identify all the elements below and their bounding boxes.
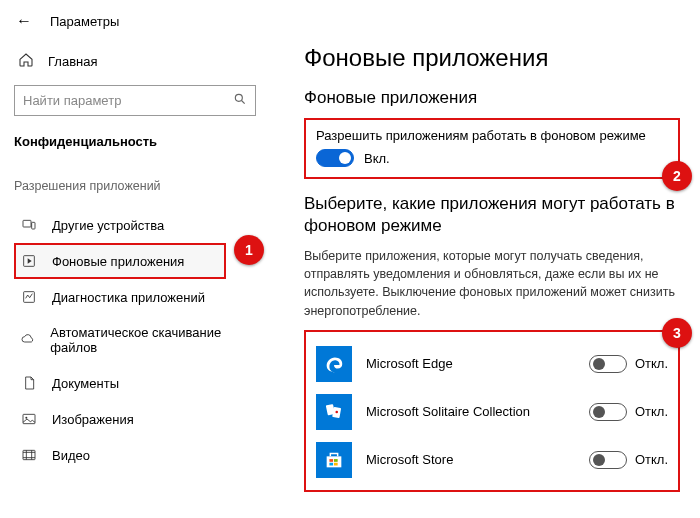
annotation-badge-1: 1 bbox=[234, 235, 264, 265]
cloud-download-icon bbox=[20, 332, 36, 348]
sidebar-item-label: Документы bbox=[52, 376, 119, 391]
svg-rect-11 bbox=[329, 459, 333, 462]
svg-rect-1 bbox=[23, 220, 31, 227]
solitaire-icon bbox=[316, 394, 352, 430]
background-apps-icon bbox=[20, 253, 38, 269]
svg-rect-12 bbox=[334, 459, 338, 462]
sidebar-item-label: Диагностика приложений bbox=[52, 290, 205, 305]
app-name: Microsoft Solitaire Collection bbox=[366, 404, 575, 419]
sidebar-item-label: Другие устройства bbox=[52, 218, 164, 233]
home-link[interactable]: Главная bbox=[14, 46, 256, 77]
sidebar-item-label: Фоновые приложения bbox=[52, 254, 184, 269]
app-toggle-state: Откл. bbox=[635, 452, 668, 467]
allow-background-toggle[interactable] bbox=[316, 149, 354, 167]
devices-icon bbox=[20, 217, 38, 233]
app-toggle-solitaire[interactable] bbox=[589, 403, 627, 421]
allow-background-box: Разрешить приложениям работать в фоновом… bbox=[304, 118, 680, 179]
choose-apps-title: Выберите, какие приложения могут работат… bbox=[304, 193, 680, 237]
section-background-apps-title: Фоновые приложения bbox=[304, 88, 680, 108]
sidebar-item-label: Видео bbox=[52, 448, 90, 463]
sidebar-permissions-header: Разрешения приложений bbox=[14, 179, 256, 193]
sidebar-item-other-devices[interactable]: Другие устройства bbox=[14, 207, 256, 243]
app-toggle-state: Откл. bbox=[635, 356, 668, 371]
window-header: ← Параметры bbox=[0, 0, 700, 38]
app-toggle-state: Откл. bbox=[635, 404, 668, 419]
annotation-badge-2: 2 bbox=[662, 161, 692, 191]
sidebar-category: Конфиденциальность bbox=[14, 134, 256, 149]
back-arrow-icon[interactable]: ← bbox=[16, 12, 32, 30]
sidebar-item-label: Автоматическое скачивание файлов bbox=[50, 325, 250, 355]
sidebar-item-diagnostics[interactable]: Диагностика приложений bbox=[14, 279, 256, 315]
main-content: Фоновые приложения Фоновые приложения Ра… bbox=[270, 38, 700, 516]
sidebar-item-video[interactable]: Видео bbox=[14, 437, 256, 473]
home-label: Главная bbox=[48, 54, 97, 69]
app-row-store: Microsoft Store Откл. bbox=[316, 436, 668, 484]
search-placeholder: Найти параметр bbox=[23, 93, 121, 108]
app-toggle-edge[interactable] bbox=[589, 355, 627, 373]
apps-list-box: 3 Microsoft Edge Откл. Microsoft Solitai… bbox=[304, 330, 680, 492]
app-row-solitaire: Microsoft Solitaire Collection Откл. bbox=[316, 388, 668, 436]
window-title: Параметры bbox=[50, 14, 119, 29]
svg-rect-13 bbox=[329, 462, 333, 465]
annotation-badge-3: 3 bbox=[662, 318, 692, 348]
svg-point-6 bbox=[25, 417, 27, 419]
sidebar-item-images[interactable]: Изображения bbox=[14, 401, 256, 437]
svg-point-0 bbox=[235, 94, 242, 101]
choose-apps-desc: Выберите приложения, которые могут получ… bbox=[304, 247, 680, 320]
documents-icon bbox=[20, 375, 38, 391]
page-title: Фоновые приложения bbox=[304, 44, 680, 72]
allow-background-state: Вкл. bbox=[364, 151, 390, 166]
sidebar-item-auto-download[interactable]: Автоматическое скачивание файлов bbox=[14, 315, 256, 365]
svg-point-10 bbox=[335, 410, 338, 413]
sidebar: Главная Найти параметр Конфиденциальност… bbox=[0, 38, 270, 516]
app-name: Microsoft Edge bbox=[366, 356, 575, 371]
allow-background-label: Разрешить приложениям работать в фоновом… bbox=[316, 128, 668, 143]
app-toggle-store[interactable] bbox=[589, 451, 627, 469]
app-name: Microsoft Store bbox=[366, 452, 575, 467]
diagnostics-icon bbox=[20, 289, 38, 305]
sidebar-item-label: Изображения bbox=[52, 412, 134, 427]
home-icon bbox=[18, 52, 34, 71]
sidebar-item-background-apps[interactable]: Фоновые приложения 1 bbox=[14, 243, 226, 279]
search-input[interactable]: Найти параметр bbox=[14, 85, 256, 116]
store-icon bbox=[316, 442, 352, 478]
video-icon bbox=[20, 447, 38, 463]
edge-icon bbox=[316, 346, 352, 382]
app-row-edge: Microsoft Edge Откл. bbox=[316, 340, 668, 388]
svg-rect-7 bbox=[23, 450, 35, 459]
svg-rect-2 bbox=[32, 222, 35, 229]
svg-rect-14 bbox=[334, 462, 338, 465]
images-icon bbox=[20, 411, 38, 427]
svg-rect-5 bbox=[23, 414, 35, 423]
search-icon bbox=[233, 92, 247, 109]
sidebar-item-documents[interactable]: Документы bbox=[14, 365, 256, 401]
